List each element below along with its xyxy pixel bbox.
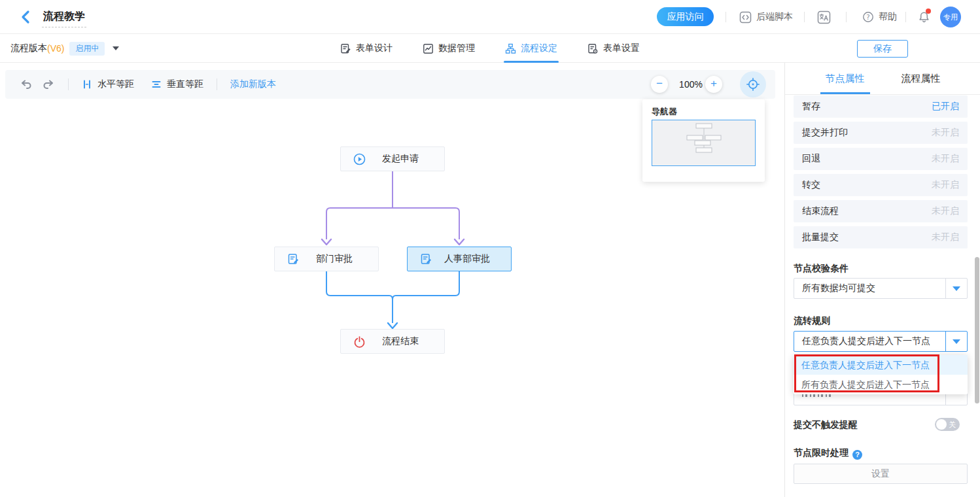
property-row-draft[interactable]: 暂存 已开启	[794, 95, 968, 118]
property-label: 批量提交	[802, 231, 839, 243]
settings-button[interactable]: 设置	[794, 464, 968, 484]
tab-form-design[interactable]: 表单设计	[340, 34, 393, 63]
property-row-end-flow[interactable]: 结束流程 未开启	[794, 200, 968, 222]
properties-panel: 节点属性 流程属性 暂存 已开启 提交并打印 未开启 回退 未开启 转交 未开启…	[784, 63, 980, 497]
property-value: 未开启	[932, 231, 959, 243]
dropdown-option-all[interactable]: 所有负责人提交后进入下一节点	[794, 375, 968, 394]
approval-icon	[420, 253, 432, 266]
question-icon: ?	[862, 11, 874, 23]
flow-rule-select-value: 任意负责人提交后进入下一节点	[794, 335, 945, 347]
save-button[interactable]: 保存	[857, 40, 908, 58]
divider	[905, 12, 906, 22]
flow-version-selector[interactable]: 流程版本 (V6) 启用中	[10, 34, 119, 63]
avatar[interactable]: 专用	[940, 7, 961, 27]
page-title[interactable]: 流程教学	[42, 10, 86, 27]
end-icon	[353, 335, 366, 348]
node-label: 部门审批	[300, 253, 378, 265]
minimap-preview	[652, 120, 755, 165]
tab-label: 流程设定	[521, 43, 557, 54]
navigator-panel: 导航器	[642, 99, 765, 182]
property-row-rollback[interactable]: 回退 未开启	[794, 148, 968, 170]
property-label: 回退	[802, 153, 820, 165]
node-label: 人事部审批	[432, 253, 511, 265]
property-value: 未开启	[932, 179, 959, 191]
tab-flow-properties[interactable]: 流程属性	[896, 63, 946, 94]
chevron-down-icon[interactable]	[113, 46, 119, 50]
tab-label: 数据管理	[438, 43, 475, 54]
top-header: 流程教学 应用访问 后端脚本 ? 帮助 专用	[0, 0, 980, 34]
code-icon	[739, 11, 752, 24]
property-label: 提交并打印	[802, 127, 848, 139]
backend-script-button[interactable]: 后端脚本	[739, 0, 793, 34]
help-label: 帮助	[879, 11, 897, 23]
backend-script-label: 后端脚本	[756, 11, 793, 23]
version-bar: 流程版本 (V6) 启用中 表单设计 数据管理 流程设定	[0, 34, 980, 63]
dropdown-option-any[interactable]: 任意负责人提交后进入下一节点	[794, 355, 968, 375]
help-button[interactable]: ? 帮助	[862, 0, 897, 34]
flow-rule-heading: 流转规则	[794, 315, 830, 327]
notification-button[interactable]	[917, 0, 931, 34]
chevron-down-icon	[953, 286, 960, 291]
flow-rule-dropdown: 任意负责人提交后进入下一节点 所有负责人提交后进入下一节点	[794, 355, 968, 394]
form-design-icon	[340, 43, 351, 54]
node-label: 发起申请	[366, 153, 444, 165]
back-icon[interactable]	[18, 9, 34, 25]
tab-node-properties[interactable]: 节点属性	[820, 63, 870, 94]
node-end[interactable]: 流程结束	[340, 329, 445, 354]
time-limit-heading: 节点限时处理?	[794, 447, 862, 460]
tab-data-management[interactable]: 数据管理	[423, 34, 475, 63]
flow-rule-select[interactable]: 任意负责人提交后进入下一节点	[794, 331, 968, 352]
property-row-batch-submit[interactable]: 批量提交 未开启	[794, 226, 968, 248]
node-label: 流程结束	[366, 335, 444, 347]
main-tabs: 表单设计 数据管理 流程设定 表单设置	[340, 34, 640, 63]
minimap[interactable]	[652, 120, 756, 166]
validation-select-value: 所有数据均可提交	[794, 283, 945, 294]
svg-text:?: ?	[866, 14, 869, 21]
translate-icon	[817, 10, 831, 24]
property-label: 暂存	[802, 101, 820, 112]
property-row-submit-print[interactable]: 提交并打印 未开启	[794, 122, 968, 144]
start-icon	[353, 153, 366, 165]
flow-setting-icon	[505, 43, 516, 54]
property-value: 未开启	[932, 153, 959, 165]
panel-tabs: 节点属性 流程属性	[785, 63, 980, 95]
divider	[804, 12, 805, 22]
validation-heading: 节点校验条件	[794, 263, 849, 275]
form-settings-icon	[587, 43, 599, 54]
status-badge: 启用中	[69, 42, 105, 56]
property-value: 未开启	[932, 205, 959, 217]
node-dept-approval[interactable]: 部门审批	[274, 247, 379, 271]
property-value: 已开启	[932, 101, 959, 112]
validation-select[interactable]: 所有数据均可提交	[794, 278, 968, 299]
divider	[726, 12, 726, 22]
tab-flow-setting[interactable]: 流程设定	[505, 34, 557, 63]
tab-label: 表单设置	[603, 43, 640, 54]
help-circle-icon[interactable]: ?	[852, 450, 862, 460]
no-reminder-toggle[interactable]: 关	[935, 418, 960, 431]
panel-scrollbar[interactable]	[975, 257, 979, 403]
property-value: 未开启	[932, 127, 959, 139]
version-number: (V6)	[47, 43, 64, 54]
time-limit-label: 节点限时处理	[794, 447, 849, 458]
chevron-down-icon	[953, 339, 960, 344]
tab-form-settings[interactable]: 表单设置	[587, 34, 640, 63]
tab-label: 表单设计	[356, 43, 393, 54]
flow-version-label: 流程版本	[10, 43, 47, 54]
property-label: 转交	[802, 179, 820, 191]
translate-button[interactable]	[817, 0, 831, 34]
flow-canvas[interactable]: 水平等距 垂直等距 添加新版本 − 100% +	[0, 63, 784, 497]
property-label: 结束流程	[802, 205, 839, 217]
navigator-title: 导航器	[652, 106, 677, 118]
divider	[846, 12, 847, 22]
no-reminder-label: 提交不触发提醒	[794, 419, 858, 431]
property-row-transfer[interactable]: 转交 未开启	[794, 174, 968, 196]
notification-badge	[926, 9, 931, 14]
node-start[interactable]: 发起申请	[340, 146, 445, 171]
approval-icon	[287, 253, 300, 266]
data-management-icon	[423, 43, 434, 54]
toggle-knob	[936, 419, 947, 430]
app-access-button[interactable]: 应用访问	[657, 7, 714, 26]
node-hr-approval[interactable]: 人事部审批	[407, 247, 512, 271]
toggle-state-label: 关	[949, 420, 956, 430]
